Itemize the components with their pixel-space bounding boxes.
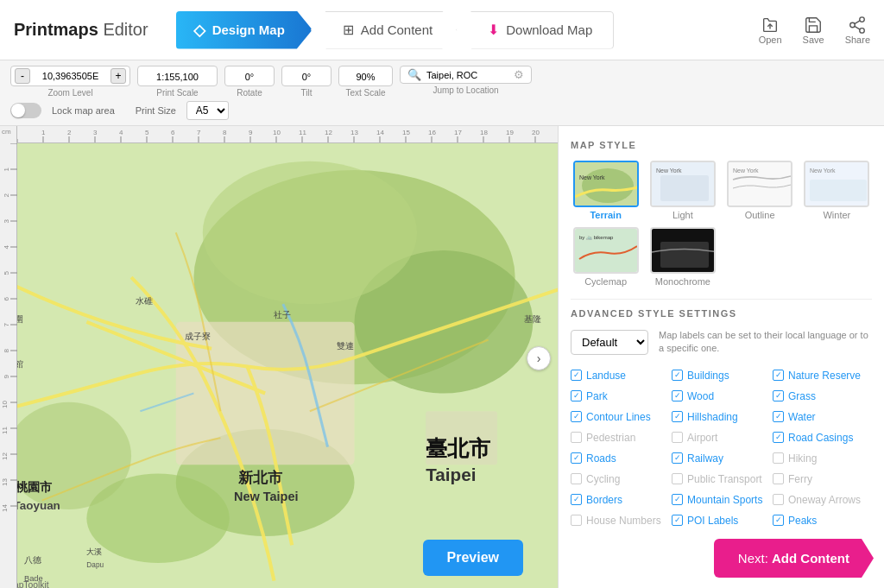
zoom-minus-button[interactable]: - <box>15 68 30 84</box>
layer-item[interactable]: ✓Mountain Sports <box>672 492 771 508</box>
next-add-content-button[interactable]: Next: Add Content <box>714 539 874 578</box>
svg-text:基隆: 基隆 <box>524 314 541 324</box>
svg-text:2: 2 <box>3 193 10 197</box>
svg-text:New Taipei: New Taipei <box>234 490 299 503</box>
layer-item[interactable]: Cycling <box>571 471 670 487</box>
map-style-section: MAP STYLE New York Terrain <box>571 140 872 287</box>
style-terrain[interactable]: New York Terrain <box>571 161 641 220</box>
print-scale-input[interactable] <box>145 72 210 82</box>
layer-item[interactable]: ✓Roads <box>571 451 670 466</box>
layer-item[interactable]: ✓Borders <box>571 492 670 508</box>
svg-text:臺北市: 臺北市 <box>426 436 491 460</box>
layer-item[interactable]: ✓Landuse <box>571 368 670 383</box>
layer-item[interactable]: Ferry <box>773 471 872 487</box>
preview-button[interactable]: Preview <box>423 540 523 576</box>
svg-text:2: 2 <box>67 129 72 136</box>
open-action[interactable]: Open <box>759 16 782 45</box>
svg-text:18: 18 <box>480 129 488 136</box>
layer-item[interactable]: ✓Wood <box>672 389 771 404</box>
svg-text:7: 7 <box>197 129 201 136</box>
style-light[interactable]: New York Light <box>647 161 717 220</box>
layer-label: Mountain Sports <box>687 494 762 506</box>
layer-item[interactable]: ✓Nature Reserve <box>773 368 872 383</box>
svg-rect-115 <box>810 180 867 201</box>
svg-point-2 <box>850 22 856 28</box>
layer-checkbox <box>571 473 582 484</box>
lock-label: Lock map area <box>52 105 115 116</box>
tilt-input[interactable] <box>289 72 324 82</box>
save-action[interactable]: Save <box>803 16 824 45</box>
layer-item[interactable]: ✓Buildings <box>672 368 771 383</box>
layer-checkbox <box>571 432 582 443</box>
layer-item[interactable]: ✓POI Labels <box>672 513 771 528</box>
layer-item[interactable]: House Numbers <box>571 513 670 528</box>
lang-select[interactable]: Default English Chinese <box>571 330 648 355</box>
tilt-label: Tilt <box>301 88 313 98</box>
open-label: Open <box>759 35 782 45</box>
layer-label: Pedestrian <box>586 432 635 444</box>
svg-text:Taipei: Taipei <box>426 465 476 484</box>
layer-label: Railway <box>687 452 723 465</box>
layer-item[interactable]: ✓Park <box>571 389 670 404</box>
svg-text:Taoyuan: Taoyuan <box>17 499 60 512</box>
style-monochrome[interactable]: Monochrome <box>647 227 717 287</box>
svg-rect-120 <box>660 242 709 268</box>
layer-item[interactable]: ✓Railway <box>672 451 771 466</box>
ruler-left: cm 1 2 3 4 5 6 7 8 9 <box>0 126 17 588</box>
layer-checkbox <box>773 473 784 484</box>
text-scale-input[interactable] <box>346 72 385 82</box>
location-input[interactable] <box>426 70 508 80</box>
step-add[interactable]: ⊞ Add Content <box>311 11 458 49</box>
layer-item[interactable]: ✓Grass <box>773 389 872 404</box>
layer-item[interactable]: ✓Hillshading <box>672 409 771 425</box>
style-cyclemap[interactable]: by 🚲 bikemap Cyclemap <box>571 227 641 287</box>
layer-label: Water <box>788 411 816 423</box>
svg-text:12: 12 <box>325 129 332 136</box>
layer-checkbox: ✓ <box>672 494 683 505</box>
map-nav-arrow[interactable]: › <box>527 346 551 370</box>
advanced-title: ADVANCED STYLE SETTINGS <box>571 308 872 319</box>
layer-label: House Numbers <box>586 515 661 527</box>
share-action[interactable]: Share <box>845 16 870 45</box>
svg-text:11: 11 <box>1 426 9 433</box>
layer-item[interactable]: Pedestrian <box>571 430 670 446</box>
layer-item[interactable]: ✓Contour Lines <box>571 409 670 425</box>
header: Printmaps Editor ◇ Design Map ⊞ Add Cont… <box>0 0 884 60</box>
step-design[interactable]: ◇ Design Map <box>176 11 313 49</box>
style-winter[interactable]: New York Winter <box>802 161 872 220</box>
lock-toggle[interactable] <box>10 103 41 118</box>
toolbar: - + Zoom Level Print Scale Rotate Tilt <box>0 60 884 126</box>
layer-checkbox: ✓ <box>773 390 784 401</box>
step-download[interactable]: ⬇ Download Map <box>456 11 614 49</box>
svg-point-107 <box>582 168 634 203</box>
layer-item[interactable]: Hiking <box>773 451 872 466</box>
map-image[interactable]: 臺北市 Taipei 新北市 New Taipei 桃園市 Taoyuan 基隆… <box>17 143 558 588</box>
layer-item[interactable]: ✓Water <box>773 409 872 425</box>
svg-text:Dapu: Dapu <box>86 561 104 569</box>
lang-row: Default English Chinese Map labels can b… <box>571 329 872 356</box>
layer-item[interactable]: Oneway Arrows <box>773 492 872 508</box>
svg-text:13: 13 <box>1 477 9 485</box>
layer-item[interactable]: ✓Road Casings <box>773 430 872 446</box>
svg-text:14: 14 <box>1 503 9 511</box>
layer-checkbox <box>773 494 784 505</box>
zoom-input[interactable] <box>34 71 107 81</box>
layer-item[interactable]: Public Transport <box>672 471 771 487</box>
layer-label: Buildings <box>687 370 729 382</box>
layer-item[interactable]: Airport <box>672 430 771 446</box>
map-area[interactable]: 1 2 3 4 5 6 7 8 9 10 11 <box>0 126 558 588</box>
svg-text:八德: 八德 <box>24 555 41 565</box>
layer-checkbox: ✓ <box>571 370 582 381</box>
layer-label: POI Labels <box>687 515 738 527</box>
layer-label: Public Transport <box>687 473 762 485</box>
download-icon: ⬇ <box>488 22 499 38</box>
layer-item[interactable]: ✓Peaks <box>773 513 872 528</box>
svg-text:3: 3 <box>93 129 98 136</box>
style-outline[interactable]: New York Outline <box>725 161 795 220</box>
rotate-input[interactable] <box>232 72 267 82</box>
print-scale-group: Print Scale <box>137 66 218 98</box>
layer-checkbox: ✓ <box>571 411 582 422</box>
svg-text:MapToolkit: MapToolkit <box>17 580 49 588</box>
zoom-plus-button[interactable]: + <box>110 68 126 84</box>
print-size-select[interactable]: A5A4A3 <box>186 101 229 120</box>
